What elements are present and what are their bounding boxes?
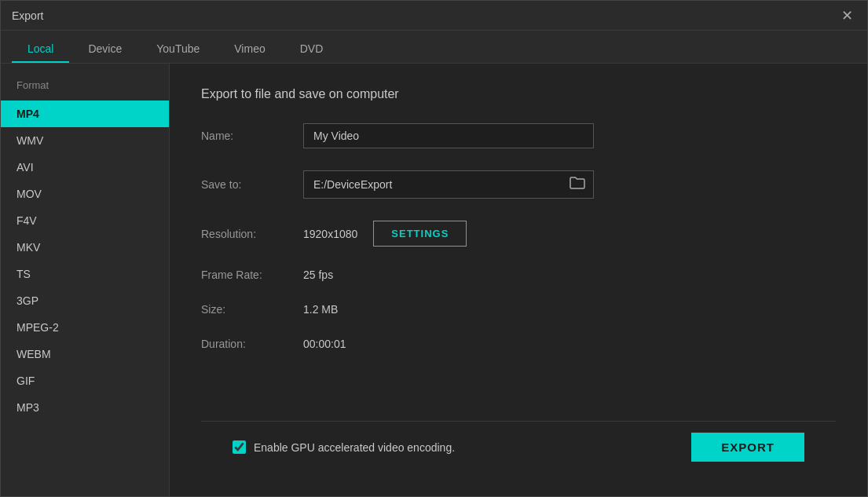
dialog-title: Export [12,9,43,22]
tab-youtube[interactable]: YouTube [141,36,215,63]
saveto-row: Save to: [201,170,836,199]
format-item-mp4[interactable]: MP4 [1,100,169,127]
content-area: Format MP4 WMV AVI MOV F4V MKV TS 3GP MP… [1,64,867,496]
format-label: Format [1,79,169,91]
name-row: Name: [201,123,836,148]
folder-browse-button[interactable] [562,171,593,198]
name-input[interactable] [303,123,594,148]
panel-title: Export to file and save on computer [201,87,836,101]
format-item-webm[interactable]: WEBM [1,341,169,367]
saveto-input[interactable] [304,173,562,196]
framerate-value: 25 fps [303,269,333,281]
format-item-f4v[interactable]: F4V [1,207,169,234]
export-dialog: Export ✕ Local Device YouTube Vimeo DVD … [0,0,868,497]
framerate-row: Frame Rate: 25 fps [201,269,836,281]
format-item-avi[interactable]: AVI [1,154,169,181]
duration-row: Duration: 00:00:01 [201,338,836,350]
gpu-option-row: Enable GPU accelerated video encoding. [233,440,455,454]
format-item-3gp[interactable]: 3GP [1,287,169,314]
format-item-mkv[interactable]: MKV [1,234,169,261]
format-item-mp3[interactable]: MP3 [1,394,169,421]
close-button[interactable]: ✕ [838,7,856,24]
tab-local[interactable]: Local [12,36,69,63]
saveto-label: Save to: [201,178,303,191]
gpu-label: Enable GPU accelerated video encoding. [254,441,455,454]
sidebar: Format MP4 WMV AVI MOV F4V MKV TS 3GP MP… [1,64,170,496]
title-bar: Export ✕ [1,1,867,31]
tab-vimeo[interactable]: Vimeo [218,36,280,63]
resolution-label: Resolution: [201,228,303,240]
settings-button[interactable]: SETTINGS [373,221,467,247]
format-item-wmv[interactable]: WMV [1,127,169,154]
format-item-gif[interactable]: GIF [1,367,169,394]
main-panel: Export to file and save on computer Name… [170,64,867,496]
tab-device[interactable]: Device [72,36,137,63]
size-row: Size: 1.2 MB [201,303,836,316]
export-button[interactable]: EXPORT [691,433,804,462]
name-label: Name: [201,130,303,142]
duration-label: Duration: [201,338,303,350]
resolution-value-row: 1920x1080 SETTINGS [303,221,467,247]
size-value: 1.2 MB [303,303,338,316]
bottom-bar: Enable GPU accelerated video encoding. E… [201,421,836,473]
format-item-mov[interactable]: MOV [1,181,169,207]
path-input-wrap [303,170,594,199]
tab-dvd[interactable]: DVD [284,36,339,63]
tab-bar: Local Device YouTube Vimeo DVD [1,31,867,64]
resolution-value: 1920x1080 [303,228,357,240]
format-item-mpeg2[interactable]: MPEG-2 [1,314,169,341]
size-label: Size: [201,303,303,316]
duration-value: 00:00:01 [303,338,346,350]
format-item-ts[interactable]: TS [1,261,169,287]
resolution-row: Resolution: 1920x1080 SETTINGS [201,221,836,247]
gpu-checkbox[interactable] [233,440,246,454]
framerate-label: Frame Rate: [201,269,303,281]
